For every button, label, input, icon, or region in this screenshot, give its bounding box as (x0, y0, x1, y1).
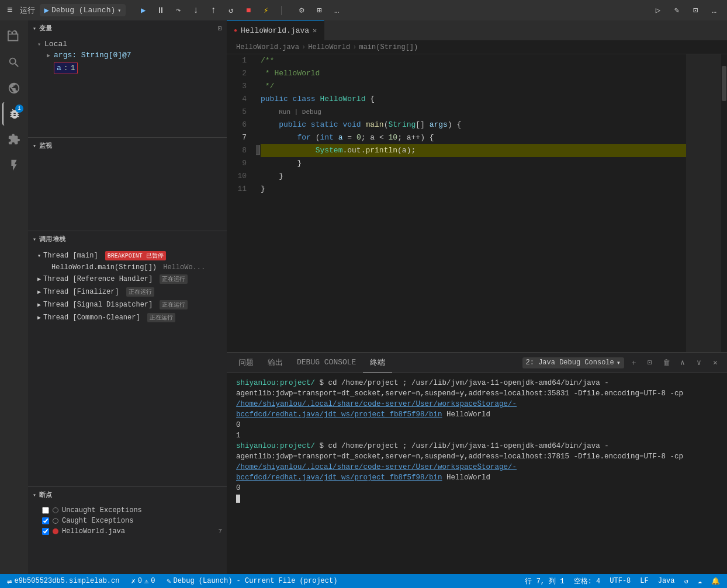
tab-problems-label: 问题 (238, 357, 254, 368)
thread-finalizer[interactable]: ▶ Thread [Finalizer] 正在运行 (28, 286, 227, 298)
layout-button[interactable]: ⊞ (311, 2, 327, 19)
breakpoints-section: ▾ 断点 Uncaught Exceptions Caught Exceptio… (28, 486, 227, 574)
vertical-scrollbar[interactable] (721, 54, 727, 352)
ln-3: 3 (227, 80, 251, 93)
code-content[interactable]: /** * HelloWorld */ public class HelloWo… (256, 54, 686, 352)
thread-finalizer-name: Thread [Finalizer] (43, 288, 119, 296)
callstack-header[interactable]: ▾ 调用堆栈 (28, 231, 227, 247)
main-layout: 1 ▾ 变量 ⊡ ▾ Local ▶ args: Str (0, 20, 727, 574)
scrollbar-thumb[interactable] (722, 66, 726, 101)
tab-terminal[interactable]: 终端 (363, 353, 392, 373)
lightning-button[interactable]: ⚡ (258, 2, 274, 19)
split-terminal-button[interactable]: ⊡ (643, 356, 657, 370)
watch-header[interactable]: ▾ 监视 (28, 138, 227, 154)
terminal-content[interactable]: shiyanlou:project/ $ cd /home/project ; … (227, 373, 727, 574)
sidebar-item-search[interactable] (2, 51, 26, 74)
bp-helloworld-checkbox[interactable] (42, 528, 49, 535)
stack-frame-main[interactable]: HelloWorld.main(String[]) HelloWo... (28, 262, 227, 273)
pause-button[interactable]: ⏸ (153, 2, 169, 19)
local-group[interactable]: ▾ Local (28, 39, 227, 50)
thread-refhandler-name: Thread [Reference Handler] (43, 275, 153, 283)
restart-button[interactable]: ↺ (223, 2, 239, 19)
callstack-content: ▾ Thread [main] BREAKPOINT 已暂停 HelloWorl… (28, 247, 227, 326)
term-line-4: shiyanlou:project/ $ cd /home/project ; … (236, 441, 718, 483)
local-label: Local (44, 40, 67, 48)
breadcrumb-file[interactable]: HelloWorld.java (236, 43, 299, 51)
activity-bar: 1 (0, 20, 28, 574)
status-errors[interactable]: ✗ 0 ⚠ 0 (129, 577, 157, 586)
tab-close-button[interactable]: ✕ (313, 26, 317, 35)
console-name: 2: Java Debug Console (526, 359, 614, 367)
continue-button[interactable]: ▶ (135, 2, 151, 19)
more-button[interactable]: … (328, 2, 345, 19)
bp-caught-label: Caught Exceptions (62, 517, 133, 525)
debug-config-selector[interactable]: ▶ Debug (Launch) ▾ (40, 4, 126, 16)
scroll-up-button[interactable]: ∧ (676, 356, 690, 370)
status-sync[interactable]: ↺ (682, 577, 691, 586)
args-variable[interactable]: ▶ args: String[0]@7 (28, 50, 227, 61)
sidebar-item-extensions[interactable] (2, 128, 26, 151)
callstack-chevron: ▾ (33, 236, 37, 243)
scroll-down-button[interactable]: ∨ (692, 356, 706, 370)
a-variable[interactable]: ▶ a : 1 (28, 61, 227, 75)
status-debug[interactable]: ✎ Debug (Launch) - Current File (project… (164, 577, 340, 586)
status-bar: ⇌ e9b505523db5.simplelab.cn ✗ 0 ⚠ 0 ✎ De… (0, 574, 727, 588)
step-into-button[interactable]: ↓ (188, 2, 204, 19)
term-cmd-1: cd /home/project ; /usr/lib/jvm/java-11-… (328, 379, 600, 387)
status-eol[interactable]: LF (638, 577, 650, 585)
status-cloud[interactable]: ☁ (695, 577, 704, 586)
close-panel-button[interactable]: ✕ (708, 356, 722, 370)
code-line-7: ⬛ ➤ System.out.println(a); (261, 144, 686, 157)
delete-terminal-button[interactable]: 🗑 (659, 356, 673, 370)
thread-cleaner-status: 正在运行 (147, 313, 175, 322)
thread-signal-dispatcher[interactable]: ▶ Thread [Signal Dispatcher] 正在运行 (28, 298, 227, 311)
breadcrumb-method[interactable]: main(String[]) (359, 43, 418, 51)
breakpoints-header[interactable]: ▾ 断点 (28, 487, 227, 503)
step-over-button[interactable]: ↷ (170, 2, 186, 19)
code-editor[interactable]: 1 2 3 4 5 6 7 8 9 10 11 /** * HelloWorld… (227, 54, 727, 352)
tab-output[interactable]: 输出 (261, 353, 290, 373)
menu-icon[interactable]: ≡ (5, 3, 15, 18)
sidebar-item-git[interactable] (2, 76, 26, 100)
bp-caught-checkbox[interactable] (42, 517, 49, 524)
breadcrumb-class[interactable]: HelloWorld (308, 43, 350, 51)
thread-refhandler[interactable]: ▶ Thread [Reference Handler] 正在运行 (28, 273, 227, 286)
chevron-down-icon: ▾ (117, 7, 121, 14)
ln-4: 4 (227, 93, 251, 106)
ln-9: 9 (227, 157, 251, 170)
add-terminal-button[interactable]: ＋ (626, 356, 641, 370)
run-no-debug-button[interactable]: ▷ (650, 2, 666, 19)
variables-collapse-action[interactable]: ⊡ (218, 25, 222, 32)
step-out-button[interactable]: ↑ (205, 2, 221, 19)
status-bell[interactable]: 🔔 (709, 577, 722, 586)
status-indent[interactable]: 空格: 4 (572, 576, 603, 586)
ln-11: 11 (227, 183, 251, 196)
thread-common-cleaner[interactable]: ▶ Thread [Common-Cleaner] 正在运行 (28, 311, 227, 324)
cloud-icon: ☁ (698, 577, 702, 586)
stop-button[interactable]: ■ (240, 2, 257, 19)
bp-uncaught-checkbox[interactable] (42, 507, 49, 514)
minimap (686, 54, 721, 352)
codelens[interactable]: Run | Debug (279, 106, 321, 119)
status-position[interactable]: 行 7, 列 1 (522, 576, 566, 586)
edit-button[interactable]: ✎ (669, 2, 685, 19)
term-output-2: 0 (236, 484, 241, 492)
variables-header[interactable]: ▾ 变量 ⊡ (28, 20, 227, 36)
status-encoding[interactable]: UTF-8 (607, 577, 633, 585)
console-selector[interactable]: 2: Java Debug Console ▾ (522, 357, 624, 368)
tab-debug-console[interactable]: DEBUG CONSOLE (290, 353, 363, 373)
thread-main[interactable]: ▾ Thread [main] BREAKPOINT 已暂停 (28, 249, 227, 262)
status-remote[interactable]: ⇌ e9b505523db5.simplelab.cn (5, 576, 122, 586)
sidebar-item-explorer[interactable] (2, 25, 26, 48)
sidebar-item-debug[interactable]: 1 (2, 102, 26, 126)
settings-button[interactable]: ⚙ (293, 2, 310, 19)
toolbar-more-button[interactable]: … (706, 2, 722, 19)
status-language[interactable]: Java (656, 577, 677, 585)
tab-problems[interactable]: 问题 (231, 353, 261, 373)
editor-area: ● HelloWorld.java ✕ HelloWorld.java › He… (227, 20, 727, 574)
tab-helloworld[interactable]: ● HelloWorld.java ✕ (227, 20, 324, 41)
split-button[interactable]: ⊡ (687, 2, 704, 19)
sidebar-item-test[interactable] (2, 154, 26, 177)
a-value: : (64, 64, 68, 72)
term-prompt-1: shiyanlou:project/ (236, 379, 315, 387)
